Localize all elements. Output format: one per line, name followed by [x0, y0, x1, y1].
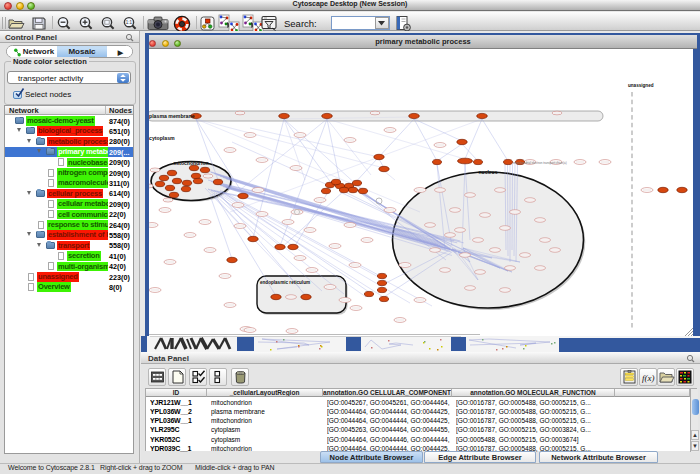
svg-text:cytoplasm: cytoplasm: [149, 135, 175, 141]
svg-text:endoplasmic reticulum: endoplasmic reticulum: [260, 280, 310, 285]
svg-text:mitochondrial electron transpo: mitochondrial electron transport chain(a…: [513, 161, 567, 165]
svg-text:mitochondrion: mitochondrion: [174, 160, 209, 166]
svg-text:1:1: 1:1: [126, 20, 133, 25]
svg-text:nucleus: nucleus: [479, 169, 498, 175]
svg-text:plasma membrane: plasma membrane: [149, 113, 195, 119]
svg-text:f(x): f(x): [642, 373, 655, 383]
svg-text:unassigned: unassigned: [628, 83, 654, 88]
